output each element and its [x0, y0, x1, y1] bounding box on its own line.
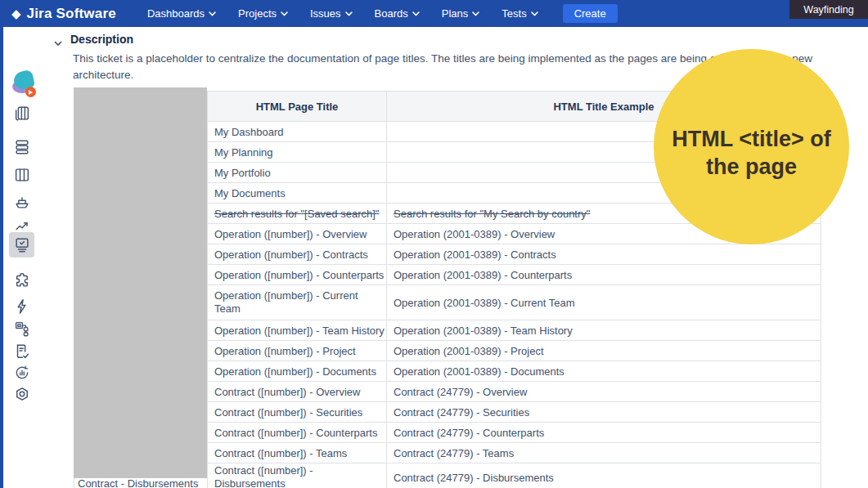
- sidebar: [3, 27, 41, 488]
- cell-title-example: Operation (2001-0389) - Documents: [387, 361, 821, 382]
- redacted-peek-text: Contract - Disbursements: [78, 477, 198, 488]
- chevron-down-icon: [281, 11, 288, 16]
- hexagon-settings-icon[interactable]: [13, 386, 31, 404]
- nav-item-label: Issues: [310, 7, 341, 20]
- cell-page-title: Operation ([number]) - Current Team: [208, 285, 387, 320]
- create-button[interactable]: Create: [563, 4, 618, 23]
- lightning-icon[interactable]: [13, 298, 31, 316]
- cell-title-example: Contract (24779) - Securities: [387, 402, 821, 423]
- brand-name: Jira Software: [27, 6, 116, 22]
- chevron-down-icon: [472, 11, 479, 16]
- cell-page-title: Operation ([number]) - Counterparts: [208, 265, 387, 285]
- sticker-line1: HTML <title> of: [672, 127, 831, 151]
- cell-page-title: Contract ([number]) - Disbursements: [208, 463, 387, 488]
- cell-page-title: Contract ([number]) - Overview: [208, 382, 387, 402]
- description-heading: Description: [70, 33, 133, 46]
- cell-title-example: Operation (2001-0389) - Current Team: [387, 285, 821, 320]
- nav-item-label: Boards: [375, 7, 408, 20]
- cell-page-title: Search results for "[Saved search]": [208, 204, 387, 224]
- nav-item-label: Plans: [442, 7, 469, 20]
- cell-page-title: Contract ([number]) - Securities: [208, 402, 387, 423]
- wayfinding-badge[interactable]: Wayfinding: [789, 0, 868, 19]
- jira-window: ◆ Jira Software Dashboards Projects Issu…: [0, 0, 868, 488]
- cell-page-title: Operation ([number]) - Overview: [208, 224, 387, 244]
- circular-chart-icon[interactable]: [13, 364, 31, 382]
- cell-page-title: My Portfolio: [208, 163, 387, 183]
- chevron-down-icon: [345, 11, 353, 16]
- cell-title-example: Operation (2001-0389) - Project: [387, 341, 821, 361]
- cell-page-title: Contract ([number]) - Teams: [208, 443, 387, 463]
- document-check-icon[interactable]: [13, 342, 31, 360]
- cell-page-title: Operation ([number]) - Contracts: [208, 244, 387, 265]
- cell-title-example: Contract (24779) - Counterparts: [387, 423, 821, 443]
- cell-title-example: Operation (2001-0389) - Team History: [387, 320, 821, 341]
- redacted-column-overlay: [74, 87, 207, 478]
- description-collapse-chevron-icon[interactable]: [54, 37, 62, 49]
- nav-item-boards[interactable]: Boards: [375, 7, 420, 20]
- cell-page-title: Operation ([number]) - Project: [208, 341, 387, 361]
- cell-title-example: Contract (24779) - Disbursements: [387, 463, 821, 488]
- sticker-text: HTML <title> of the page: [672, 114, 831, 181]
- monitor-check-icon[interactable]: [13, 236, 31, 254]
- cell-title-example: Contract (24779) - Teams: [387, 443, 821, 463]
- cell-page-title: My Documents: [208, 183, 387, 204]
- nav-item-tests[interactable]: Tests: [501, 7, 537, 20]
- chevron-down-icon: [209, 11, 216, 16]
- top-nav: ◆ Jira Software Dashboards Projects Issu…: [0, 0, 868, 27]
- cell-title-example: Operation (2001-0389) - Contracts: [387, 244, 821, 265]
- puzzle-icon[interactable]: [13, 271, 31, 289]
- nav-item-projects[interactable]: Projects: [238, 7, 288, 20]
- board-columns-icon[interactable]: [13, 166, 31, 184]
- stack-icon[interactable]: [13, 138, 31, 156]
- app-logo-badge-icon: [25, 87, 36, 97]
- sticker-line2: the page: [706, 154, 797, 179]
- workflow-icon[interactable]: [13, 320, 31, 338]
- header-page-title: HTML Page Title: [208, 92, 387, 122]
- cell-title-example: Operation (2001-0389) - Counterparts: [387, 265, 821, 285]
- ship-icon[interactable]: [13, 193, 31, 211]
- cell-page-title: Operation ([number]) - Team History: [208, 320, 387, 341]
- cards-icon[interactable]: [13, 105, 31, 123]
- cell-page-title: My Dashboard: [208, 122, 387, 142]
- cell-page-title: Operation ([number]) - Documents: [208, 361, 387, 382]
- nav-item-label: Tests: [501, 7, 526, 20]
- nav-item-dashboards[interactable]: Dashboards: [147, 7, 216, 20]
- annotation-sticker: HTML <title> of the page: [654, 49, 849, 244]
- nav-item-plans[interactable]: Plans: [442, 7, 480, 20]
- cell-page-title: My Planning: [208, 142, 387, 163]
- nav-item-label: Projects: [238, 7, 277, 20]
- brand[interactable]: ◆ Jira Software: [11, 6, 116, 22]
- nav-menus: Dashboards Projects Issues Boards Plans …: [147, 7, 538, 20]
- cell-page-title: Contract ([number]) - Counterparts: [208, 423, 387, 443]
- nav-item-label: Dashboards: [147, 7, 205, 20]
- cell-title-example: Contract (24779) - Overview: [387, 382, 821, 402]
- nav-item-issues[interactable]: Issues: [310, 7, 353, 20]
- jira-logo-icon: ◆: [11, 7, 21, 20]
- chevron-down-icon: [412, 11, 420, 16]
- app-logo[interactable]: [11, 71, 36, 99]
- chevron-down-icon: [531, 11, 538, 16]
